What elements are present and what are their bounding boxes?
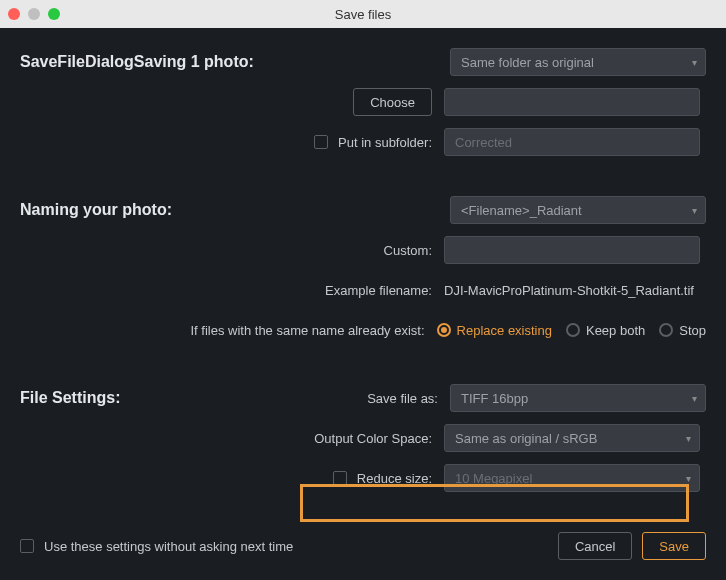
colorspace-label: Output Color Space: (314, 431, 432, 446)
row-saving-destination: SaveFileDialogSaving 1 photo: Same folde… (20, 48, 706, 76)
conflict-radio-group: Replace existing Keep both Stop (437, 323, 706, 338)
destination-select-value: Same folder as original (461, 55, 594, 70)
example-label: Example filename: (325, 283, 432, 298)
footer-right: Cancel Save (558, 532, 706, 560)
row-custom-name: Custom: (20, 236, 706, 264)
custom-name-input[interactable] (444, 236, 700, 264)
example-filename-value: DJI-MavicProPlatinum-Shotkit-5_Radiant.t… (444, 283, 694, 298)
row-naming-template: Naming your photo: <Filename>_Radiant ▾ (20, 196, 706, 224)
radio-icon (566, 323, 580, 337)
minimize-window-button[interactable] (28, 8, 40, 20)
save-as-select[interactable]: TIFF 16bpp ▾ (450, 384, 706, 412)
reduce-size-value: 10 Megapixel (455, 471, 532, 486)
window-title: Save files (335, 7, 391, 22)
dialog-content: SaveFileDialogSaving 1 photo: Same folde… (0, 28, 726, 580)
maximize-window-button[interactable] (48, 8, 60, 20)
subfolder-input[interactable] (444, 128, 700, 156)
colorspace-select[interactable]: Same as original / sRGB ▾ (444, 424, 700, 452)
footer-left: Use these settings without asking next t… (20, 539, 293, 554)
traffic-lights (8, 8, 60, 20)
remember-settings-checkbox[interactable] (20, 539, 34, 553)
colorspace-value: Same as original / sRGB (455, 431, 597, 446)
destination-select[interactable]: Same folder as original ▾ (450, 48, 706, 76)
radio-replace-existing[interactable]: Replace existing (437, 323, 552, 338)
section-title-naming: Naming your photo: (20, 201, 270, 219)
reduce-size-checkbox[interactable] (333, 471, 347, 485)
save-button[interactable]: Save (642, 532, 706, 560)
subfolder-label: Put in subfolder: (338, 135, 432, 150)
conflict-label: If files with the same name already exis… (190, 323, 424, 338)
chevron-down-icon: ▾ (692, 393, 697, 404)
row-file-settings-saveas: File Settings: Save file as: TIFF 16bpp … (20, 384, 706, 412)
dialog-footer: Use these settings without asking next t… (20, 532, 706, 560)
reduce-size-label: Reduce size: (357, 471, 432, 486)
chevron-down-icon: ▾ (692, 205, 697, 216)
custom-label: Custom: (384, 243, 432, 258)
naming-template-select[interactable]: <Filename>_Radiant ▾ (450, 196, 706, 224)
radio-label: Stop (679, 323, 706, 338)
row-example-filename: Example filename: DJI-MavicProPlatinum-S… (20, 276, 706, 304)
naming-template-value: <Filename>_Radiant (461, 203, 582, 218)
cancel-button[interactable]: Cancel (558, 532, 632, 560)
row-conflict-options: If files with the same name already exis… (20, 316, 706, 344)
reduce-size-select[interactable]: 10 Megapixel ▾ (444, 464, 700, 492)
section-title-saving: SaveFileDialogSaving 1 photo: (20, 53, 270, 71)
chevron-down-icon: ▾ (686, 473, 691, 484)
titlebar: Save files (0, 0, 726, 28)
folder-path-input[interactable] (444, 88, 700, 116)
remember-settings-label: Use these settings without asking next t… (44, 539, 293, 554)
radio-keep-both[interactable]: Keep both (566, 323, 645, 338)
radio-icon (437, 323, 451, 337)
chevron-down-icon: ▾ (692, 57, 697, 68)
close-window-button[interactable] (8, 8, 20, 20)
radio-label: Keep both (586, 323, 645, 338)
radio-stop[interactable]: Stop (659, 323, 706, 338)
row-subfolder: Put in subfolder: (20, 128, 706, 156)
row-reduce-size: Reduce size: 10 Megapixel ▾ (20, 464, 706, 492)
save-as-value: TIFF 16bpp (461, 391, 528, 406)
radio-icon (659, 323, 673, 337)
chevron-down-icon: ▾ (686, 433, 691, 444)
subfolder-checkbox[interactable] (314, 135, 328, 149)
choose-folder-button[interactable]: Choose (353, 88, 432, 116)
save-as-label: Save file as: (367, 391, 438, 406)
radio-label: Replace existing (457, 323, 552, 338)
row-choose-folder: Choose (20, 88, 706, 116)
section-title-file-settings: File Settings: (20, 389, 140, 407)
row-color-space: Output Color Space: Same as original / s… (20, 424, 706, 452)
